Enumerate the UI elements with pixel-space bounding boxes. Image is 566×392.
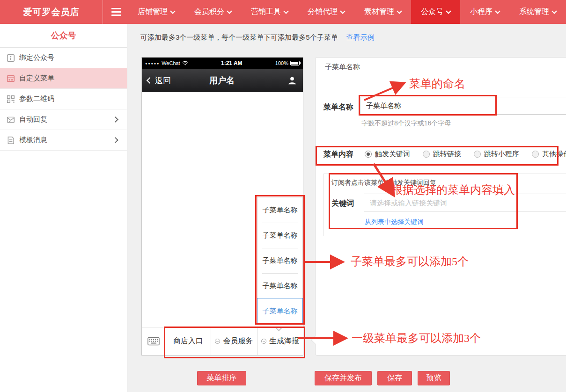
- save-button[interactable]: 保存: [377, 371, 412, 385]
- radio-other-action[interactable]: 其他操作: [532, 150, 566, 159]
- chevron-right-icon: [112, 137, 118, 143]
- signal-dots-icon: ●●●●●: [145, 62, 160, 65]
- chevron-left-icon: [147, 77, 153, 84]
- chevron-down-icon: [397, 8, 402, 14]
- bottom-menu-item-member[interactable]: 会员服务: [211, 327, 257, 355]
- template-message-icon: [7, 136, 15, 145]
- chevron-down-icon: [551, 8, 557, 14]
- submenu-edit-panel: 子菜单名称 菜单名称 字数不超过8个汉字或16个字母 菜单内容 触发关键词 跳转…: [315, 57, 566, 356]
- sidebar-item-template-message[interactable]: 模板消息: [0, 130, 127, 151]
- keyboard-icon: [147, 337, 160, 346]
- custom-menu-icon: [7, 74, 15, 83]
- radio-icon: [474, 151, 481, 158]
- radio-jump-link[interactable]: 跳转链接: [423, 150, 461, 159]
- chevron-down-icon: [446, 8, 451, 14]
- menu-name-label: 菜单名称: [323, 102, 353, 112]
- battery-icon: [290, 61, 300, 65]
- submenu-item[interactable]: 子菜单名称: [257, 273, 302, 298]
- menu-circle-icon: [215, 339, 220, 344]
- radio-icon: [365, 151, 372, 158]
- chevron-down-icon: [495, 8, 500, 14]
- sidebar-item-bind-account[interactable]: 绑定公众号: [0, 48, 127, 68]
- top-navbar: 爱可罗会员店 店铺管理 会员积分 营销工具 分销代理 素材管理 公众号 小程序 …: [0, 0, 566, 24]
- sidebar-item-qrcode[interactable]: 参数二维码: [0, 89, 127, 109]
- nav-item-marketing[interactable]: 营销工具: [241, 0, 298, 24]
- info-icon: [7, 54, 15, 62]
- keyboard-toggle[interactable]: [142, 327, 165, 355]
- hint-text: 可添加最多3个一级菜单，每个一级菜单下可添加最多5个子菜单: [140, 33, 338, 41]
- menu-content-label: 菜单内容: [323, 150, 353, 160]
- nav-item-distribution[interactable]: 分销代理: [298, 0, 354, 24]
- nav-item-store[interactable]: 店铺管理: [128, 0, 184, 24]
- sidebar-item-auto-reply[interactable]: 自动回复: [0, 109, 127, 130]
- chevron-down-icon: [340, 8, 345, 14]
- keyword-input[interactable]: [364, 194, 566, 211]
- nav-item-system[interactable]: 系统管理: [509, 0, 566, 24]
- carrier-label: WeChat: [162, 60, 180, 66]
- battery-status: 100%: [275, 60, 300, 66]
- chevron-down-icon: [283, 8, 288, 14]
- radio-jump-miniprogram[interactable]: 跳转小程序: [474, 150, 519, 159]
- menu-content-options: 触发关键词 跳转链接 跳转小程序 其他操作: [365, 150, 566, 159]
- sidebar-title: 公众号: [0, 24, 127, 48]
- statusbar-time: 1:21 AM: [188, 60, 275, 66]
- chevron-down-icon: [170, 8, 175, 14]
- battery-percent: 100%: [275, 60, 288, 66]
- phone-statusbar: ●●●●● WeChat 1:21 AM 100%: [142, 58, 303, 69]
- phone-navbar: 返回 用户名: [142, 69, 303, 92]
- nav-item-material[interactable]: 素材管理: [354, 0, 411, 24]
- nav-item-points[interactable]: 会员积分: [184, 0, 241, 24]
- preview-button[interactable]: 预览: [418, 371, 450, 385]
- choose-keyword-link[interactable]: 从列表中选择关键词: [365, 218, 424, 226]
- view-example-link[interactable]: 查看示例: [346, 33, 375, 41]
- chevron-down-icon: [227, 8, 232, 14]
- chevron-right-icon: [112, 116, 118, 123]
- submenu-item-selected[interactable]: 子菜单名称: [257, 298, 303, 324]
- submenu-popup: 子菜单名称 子菜单名称 子菜单名称 子菜单名称 子菜单名称: [257, 197, 303, 324]
- menu-name-input[interactable]: [360, 97, 566, 115]
- radio-icon: [532, 151, 539, 158]
- sidebar: 公众号 绑定公众号 自定义菜单 参数二维码 自动回复: [0, 24, 127, 392]
- bottom-menu-item-poster[interactable]: 生成海报: [257, 327, 303, 355]
- menu-circle-icon: [261, 339, 266, 344]
- menu-sort-button[interactable]: 菜单排序: [197, 371, 246, 385]
- wifi-icon: [182, 61, 188, 65]
- keyword-panel: 订阅者点击该菜单会触发关键词回复 关键词 从列表中选择关键词: [323, 174, 566, 236]
- hamburger-icon[interactable]: [111, 0, 121, 24]
- panel-tail: [311, 336, 319, 344]
- submenu-item[interactable]: 子菜单名称: [257, 223, 302, 248]
- keyword-description: 订阅者点击该菜单会触发关键词回复: [331, 179, 436, 187]
- menu-name-hint: 字数不超过8个汉字或16个字母: [361, 119, 451, 128]
- phone-title: 用户名: [157, 75, 287, 86]
- submenu-item[interactable]: 子菜单名称: [257, 197, 302, 223]
- submenu-item[interactable]: 子菜单名称: [257, 248, 302, 273]
- auto-reply-icon: [7, 116, 15, 124]
- radio-trigger-keyword[interactable]: 触发关键词: [365, 150, 410, 159]
- app-root: 爱可罗会员店 店铺管理 会员积分 营销工具 分销代理 素材管理 公众号 小程序 …: [0, 0, 566, 392]
- qrcode-icon: [7, 95, 15, 103]
- nav-item-official-account[interactable]: 公众号: [411, 0, 460, 24]
- phone-preview: ●●●●● WeChat 1:21 AM 100% 返回 用户名 子菜: [141, 57, 303, 356]
- page-hint: 可添加最多3个一级菜单，每个一级菜单下可添加最多5个子菜单 查看示例: [140, 33, 375, 42]
- brand-title: 爱可罗会员店: [0, 0, 103, 24]
- sidebar-item-custom-menu[interactable]: 自定义菜单: [0, 68, 127, 89]
- nav-item-mini-program[interactable]: 小程序: [460, 0, 509, 24]
- bottom-menu-item-shop[interactable]: 商店入口: [165, 327, 211, 355]
- keyword-label: 关键词: [331, 199, 354, 209]
- main-nav: 店铺管理 会员积分 营销工具 分销代理 素材管理 公众号 小程序 系统管理: [128, 0, 566, 24]
- save-publish-button[interactable]: 保存并发布: [315, 371, 372, 385]
- panel-header: 子菜单名称: [316, 58, 566, 76]
- radio-icon: [423, 151, 430, 158]
- person-icon[interactable]: [287, 75, 297, 86]
